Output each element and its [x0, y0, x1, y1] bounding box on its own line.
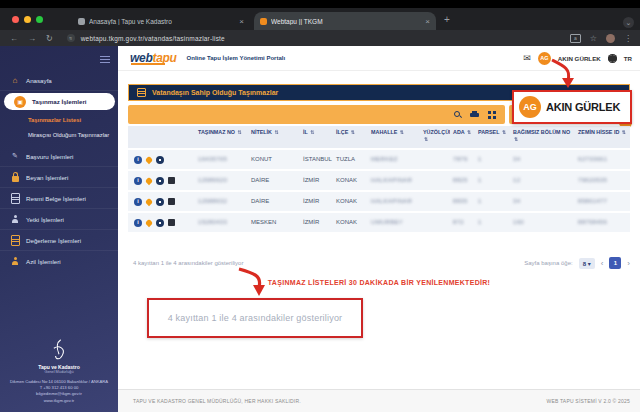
sort-icon[interactable]: ⇅ [238, 129, 242, 135]
cell-bagimsiz-bolum-no: 160 [513, 219, 524, 227]
column-header-il[interactable]: İL ⇅ [300, 126, 333, 148]
address-bar[interactable]: webtapu.tkgm.gov.tr/vatandas/tasinmazlar… [81, 35, 225, 42]
column-header-tasinmaz-no[interactable]: TAŞINMAZ NO ⇅ [195, 126, 248, 148]
column-header-yuzolcum[interactable]: YÜZÖLÇÜM ⇅ [420, 126, 450, 148]
close-tab-icon[interactable]: × [239, 17, 244, 26]
org-website[interactable]: www.tkgm.gov.tr [0, 398, 118, 404]
table-row[interactable]: i 15280433 MESKEN İZMİR KONAK UMURBEY 87… [128, 213, 630, 232]
sidebar-item-anasayfa[interactable]: ⌂ Anasayfa [0, 70, 118, 91]
building-detail-icon[interactable] [168, 198, 175, 205]
back-icon[interactable]: ← [10, 34, 18, 43]
map-pin-icon[interactable] [145, 176, 153, 184]
column-header-nitelik[interactable]: NİTELİK ⇅ [248, 126, 300, 148]
sidebar-item-yetki-islemleri[interactable]: Yetki İşlemleri [0, 209, 118, 230]
new-tab-button[interactable]: + [444, 15, 450, 25]
close-window-button[interactable] [12, 16, 19, 23]
sort-icon[interactable]: ⇅ [424, 136, 428, 142]
sidebar-item-degerleme-islemleri[interactable]: Değerleme İşlemleri [0, 230, 118, 251]
sidebar-item-tasinmaz-islemleri[interactable]: ▣ Taşınmaz İşlemleri [4, 93, 115, 110]
sidebar-item-azil-islemleri[interactable]: Azil İşlemleri [0, 251, 118, 271]
close-tab-icon[interactable]: × [425, 17, 430, 26]
site-info-icon[interactable]: ≈ [67, 34, 75, 42]
reload-icon[interactable]: ↻ [46, 34, 53, 43]
minimize-window-button[interactable] [24, 16, 31, 23]
street-view-icon[interactable] [156, 198, 164, 206]
street-view-icon[interactable] [156, 219, 164, 227]
cell-yuzolcum [420, 192, 450, 211]
cell-ada: 7879 [453, 156, 468, 164]
column-header-parsel[interactable]: PARSEL ⇅ [475, 126, 510, 148]
sidebar-item-label: Beyan İşlemleri [26, 174, 68, 181]
sidebar-subitem-label: Mirasçısı Olduğum Taşınmazlar [28, 132, 109, 138]
user-name[interactable]: AKIN GÜRLEK [558, 55, 601, 62]
annotation-user-zoom-box: AG AKIN GÜRLEK [512, 90, 632, 124]
cell-tasinmaz-no: 12986620 [198, 177, 227, 185]
map-pin-icon[interactable] [145, 218, 153, 226]
next-page-icon[interactable]: › [627, 259, 630, 268]
column-header-bagimsiz-bolum-no[interactable]: BAĞIMSIZ BÖLÜM NO ⇅ [510, 126, 575, 148]
sidebar-footer: Tapu ve Kadastro Genel Müdürlüğü Dikmen … [0, 338, 118, 404]
page-number-button[interactable]: 1 [609, 257, 621, 269]
search-icon[interactable] [454, 111, 461, 118]
tab-search-button[interactable]: ⌄ [623, 17, 634, 28]
sidebar-item-basvuru-islemleri[interactable]: ✎ Başvuru İşlemleri [0, 146, 118, 167]
table-row[interactable]: i 12986620 DAİRE İZMİR KONAK HALKAPINAR … [128, 171, 630, 190]
bookmark-star-icon[interactable]: ☆ [590, 34, 597, 43]
sidebar-item-label: Başvuru İşlemleri [26, 153, 73, 160]
street-view-icon[interactable] [156, 156, 164, 164]
previous-page-icon[interactable]: ‹ [601, 259, 604, 268]
sidebar-subitem-mirascisi-oldugum[interactable]: Mirasçısı Olduğum Taşınmazlar [0, 127, 118, 142]
cell-ada: 8835 [453, 198, 468, 206]
sort-icon[interactable]: ⇅ [502, 129, 506, 135]
column-header-ada[interactable]: ADA ⇅ [450, 126, 475, 148]
per-page-select[interactable]: 8 ▾ [579, 258, 595, 269]
sort-icon[interactable]: ⇅ [400, 129, 404, 135]
column-header-mahalle[interactable]: MAHALLE ⇅ [368, 126, 420, 148]
browser-profile-avatar[interactable] [606, 34, 615, 43]
tasinmaz-table: TAŞINMAZ NO ⇅ NİTELİK ⇅ İL ⇅ İLÇE ⇅ MAHA… [128, 126, 630, 234]
building-detail-icon[interactable] [168, 177, 175, 184]
screenshot-root: Anasayfa | Tapu ve Kadastro × Webtapu ||… [0, 0, 640, 412]
maximize-window-button[interactable] [36, 16, 43, 23]
language-selector[interactable]: TR [624, 55, 632, 62]
map-pin-icon[interactable] [145, 197, 153, 205]
street-view-icon[interactable] [156, 177, 164, 185]
table-row[interactable]: i 16435705 KONUT İSTANBUL TUZLA MERKEZ 7… [128, 150, 630, 169]
table-row[interactable]: i 12988632 DAİRE İZMİR KONAK HALKAPINAR … [128, 192, 630, 211]
info-icon[interactable]: i [134, 156, 142, 164]
lock-icon [12, 176, 19, 182]
grid-view-icon[interactable] [488, 111, 496, 119]
sidebar-item-beyan-islemleri[interactable]: Beyan İşlemleri [0, 167, 118, 188]
cell-ada: 8825 [453, 177, 468, 185]
sort-icon[interactable]: ⇅ [310, 129, 314, 135]
cell-zemin-hisse-id: 79620535 [578, 177, 607, 185]
annotation-user-avatar: AG [519, 96, 541, 118]
column-header-ilce[interactable]: İLÇE ⇅ [333, 126, 368, 148]
sort-icon[interactable]: ⇅ [622, 129, 626, 135]
info-icon[interactable]: i [134, 198, 142, 206]
messages-envelope-icon[interactable]: ✉ [523, 53, 531, 63]
sidebar-collapse-icon[interactable] [100, 56, 110, 64]
sort-icon[interactable]: ⇅ [351, 129, 355, 135]
sort-icon[interactable]: ⇅ [274, 129, 278, 135]
cell-parsel: 1 [478, 198, 482, 206]
browser-tab-anasayfa[interactable]: Anasayfa | Tapu ve Kadastro × [72, 12, 250, 30]
sidebar-subitem-tasinmazlar-listesi[interactable]: Taşınmazlar Listesi [0, 112, 118, 127]
browser-menu-icon[interactable]: ⋮ [624, 34, 632, 43]
translate-icon[interactable]: a [570, 34, 581, 43]
sort-icon[interactable]: ⇅ [467, 129, 471, 135]
user-avatar[interactable]: AG [538, 52, 551, 65]
info-icon[interactable]: i [134, 177, 142, 185]
print-icon[interactable] [470, 111, 479, 119]
column-header-zemin-hisse-id[interactable]: ZEMİN HİSSE ID ⇅ [575, 126, 630, 148]
app-header: webtapu Online Tapu İşlem Yönetimi Porta… [118, 46, 640, 71]
panel-title: Vatandaşın Sahip Olduğu Taşınmazlar [152, 89, 278, 96]
sort-icon[interactable]: ⇅ [514, 136, 518, 142]
globe-icon[interactable] [608, 54, 617, 63]
info-icon[interactable]: i [134, 219, 142, 227]
forward-icon[interactable]: → [28, 34, 36, 43]
sidebar-item-resmi-belge-islemleri[interactable]: Resmi Belge İşlemleri [0, 188, 118, 209]
browser-tab-webtapu-active[interactable]: Webtapu || TKGM × [254, 12, 436, 30]
building-detail-icon[interactable] [168, 219, 175, 226]
map-pin-icon[interactable] [145, 155, 153, 163]
